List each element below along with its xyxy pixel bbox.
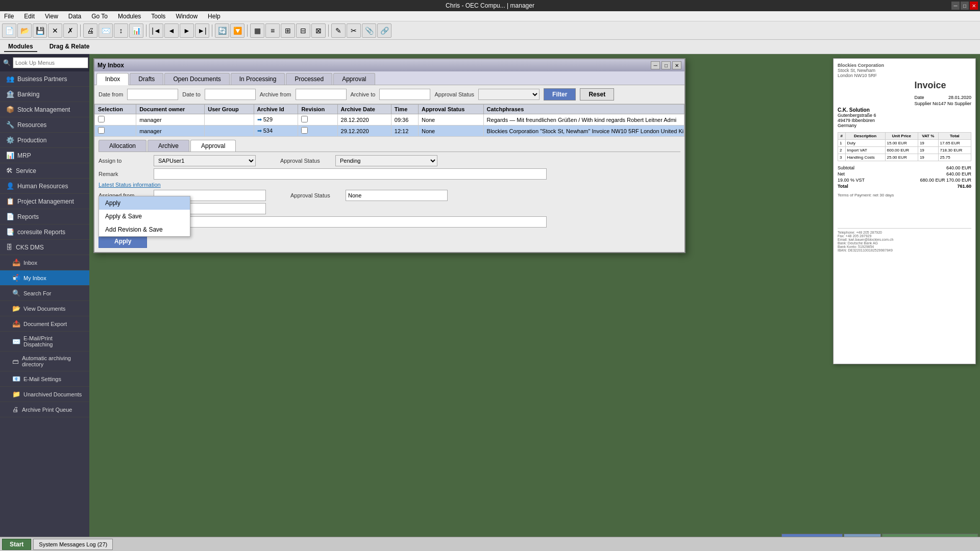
bottom-tab-archive[interactable]: Archive	[148, 140, 189, 152]
filter-button[interactable]: Filter	[544, 88, 576, 101]
latest-status-link[interactable]: Latest Status information	[99, 182, 161, 188]
row-checkbox[interactable]	[98, 127, 105, 134]
remark-input[interactable]	[154, 168, 547, 180]
revision-checkbox[interactable]	[301, 127, 308, 134]
tab-drafts[interactable]: Drafts	[130, 73, 163, 85]
tb-c2[interactable]: ✂	[347, 23, 361, 38]
tab-inbox[interactable]: Inbox	[96, 73, 129, 85]
tb-move[interactable]: ↕	[114, 23, 128, 38]
tb-x[interactable]: ✗	[63, 23, 78, 38]
date-to-input[interactable]	[205, 89, 256, 100]
tb-b1[interactable]: ▦	[250, 23, 264, 38]
tb-print[interactable]: 🖨	[83, 23, 97, 38]
menu-tools[interactable]: Tools	[149, 13, 167, 20]
tb-c1[interactable]: ✎	[331, 23, 346, 38]
sidebar-item-stock-management[interactable]: 📦 Stock Management	[0, 102, 89, 117]
sidebar-item-email-settings[interactable]: 📧 E-Mail Settings	[0, 371, 89, 387]
tb-nav1[interactable]: |◄	[149, 23, 163, 38]
win-maximize-btn[interactable]: □	[662, 61, 671, 69]
sidebar-item-reports[interactable]: 📄 Reports	[0, 209, 89, 224]
tb-nav4[interactable]: ►|	[195, 23, 209, 38]
reset-button[interactable]: Reset	[580, 88, 614, 101]
sidebar-item-unarchived-docs[interactable]: 📁 Unarchived Documents	[0, 387, 89, 402]
tb-b5[interactable]: ⊠	[311, 23, 326, 38]
menu-data[interactable]: Data	[66, 13, 83, 20]
tab-modules[interactable]: Modules	[4, 42, 37, 52]
apply-option-add-revision-save[interactable]: Add Revision & Save	[99, 223, 190, 236]
archive-to-input[interactable]	[379, 89, 430, 100]
menu-edit[interactable]: Edit	[22, 13, 37, 20]
search-icon: 🔍	[3, 59, 11, 66]
tb-c3[interactable]: 📎	[362, 23, 376, 38]
tb-b4[interactable]: ⊟	[296, 23, 310, 38]
sidebar-item-document-export[interactable]: 📤 Document Export	[0, 316, 89, 332]
sidebar-item-mrp[interactable]: 📊 MRP	[0, 148, 89, 163]
tb-filter[interactable]: 🔽	[230, 23, 244, 38]
approval-status-form-select[interactable]: Pending Approved Rejected	[335, 155, 437, 166]
tab-drag-relate[interactable]: Drag & Relate	[45, 42, 94, 52]
sidebar-item-email-print[interactable]: ✉️ E-Mail/Print Dispatching	[0, 332, 89, 352]
bottom-tab-approval[interactable]: Approval	[190, 140, 236, 152]
assign-to-select[interactable]: SAPUser1	[154, 155, 256, 166]
tb-save[interactable]: 💾	[33, 23, 47, 38]
bottom-tab-allocation[interactable]: Allocation	[99, 140, 146, 152]
sidebar-item-banking[interactable]: 🏦 Banking	[0, 87, 89, 102]
remark2-input[interactable]	[154, 216, 547, 228]
sidebar-item-label: My Inbox	[23, 275, 46, 281]
sidebar-item-archive-print-queue[interactable]: 🖨 Archive Print Queue	[0, 402, 89, 417]
tb-c4[interactable]: 🔗	[377, 23, 391, 38]
approval-status-select[interactable]: Pending Approved Rejected	[478, 89, 540, 100]
win-close-btn[interactable]: ✕	[672, 61, 681, 69]
tb-nav2[interactable]: ◄	[164, 23, 179, 38]
sidebar-item-inbox[interactable]: 📥 Inbox	[0, 255, 89, 270]
search-input[interactable]	[13, 57, 88, 68]
system-messages-button[interactable]: System Messages Log (27)	[33, 539, 113, 550]
tab-processed[interactable]: Processed	[286, 73, 332, 85]
tb-new[interactable]: 📄	[2, 23, 16, 38]
sidebar-item-search-for[interactable]: 🔍 Search For	[0, 286, 89, 301]
sidebar-item-auto-archive[interactable]: 🗃 Automatic archiving directory	[0, 352, 89, 371]
menu-window[interactable]: Window	[174, 13, 200, 20]
tb-b2[interactable]: ≡	[265, 23, 280, 38]
tb-excel[interactable]: 📊	[129, 23, 143, 38]
tb-close[interactable]: ✕	[48, 23, 62, 38]
tb-email[interactable]: ✉️	[99, 23, 113, 38]
apply-option-apply-save[interactable]: Apply & Save	[99, 210, 190, 223]
menu-view[interactable]: View	[43, 13, 60, 20]
row-checkbox[interactable]	[98, 116, 105, 122]
close-btn[interactable]: ✕	[970, 2, 978, 10]
tab-open-documents[interactable]: Open Documents	[164, 73, 229, 85]
tab-approval[interactable]: Approval	[333, 73, 375, 85]
date-from-input[interactable]	[127, 89, 178, 100]
revision-checkbox[interactable]	[301, 116, 308, 122]
sidebar-item-project-management[interactable]: 📋 Project Management	[0, 194, 89, 209]
menu-modules[interactable]: Modules	[116, 13, 143, 20]
sidebar-item-view-documents[interactable]: 📂 View Documents	[0, 301, 89, 316]
sidebar-item-human-resources[interactable]: 👤 Human Resources	[0, 179, 89, 194]
tb-b3[interactable]: ⊞	[281, 23, 295, 38]
table-row[interactable]: manager ➡ 529 28.12.2020 09:36 None Rega…	[95, 114, 684, 126]
remark-row: Remark	[99, 168, 680, 180]
sidebar-item-my-inbox[interactable]: 📬 My Inbox	[0, 270, 89, 286]
tab-in-processing[interactable]: In Processing	[231, 73, 285, 85]
sidebar-item-production[interactable]: ⚙️ Production	[0, 133, 89, 148]
menu-goto[interactable]: Go To	[89, 13, 110, 20]
tb-refresh[interactable]: 🔄	[215, 23, 229, 38]
menu-file[interactable]: File	[2, 13, 16, 20]
sidebar-item-coresite-reports[interactable]: 📑 coresuite Reports	[0, 224, 89, 240]
menu-help[interactable]: Help	[206, 13, 223, 20]
sidebar-item-business-partners[interactable]: 👥 Business Partners	[0, 71, 89, 87]
apply-option-apply[interactable]: Apply	[99, 196, 190, 210]
sidebar-item-service[interactable]: 🛠 Service	[0, 163, 89, 179]
tb-open[interactable]: 📂	[17, 23, 32, 38]
minimize-btn[interactable]: ─	[951, 2, 960, 10]
maximize-btn[interactable]: □	[961, 2, 969, 10]
preview-vat-amount: 680.00 EUR 170.00 EUR	[920, 178, 971, 183]
tb-nav3[interactable]: ►	[180, 23, 194, 38]
sidebar-item-resources[interactable]: 🔧 Resources	[0, 117, 89, 133]
sidebar-item-cks-dms[interactable]: 🗄 CKS DMS	[0, 240, 89, 255]
win-minimize-btn[interactable]: ─	[651, 61, 660, 69]
table-row[interactable]: manager ➡ 534 29.12.2020 12:12 None Bloc…	[95, 126, 684, 137]
start-button[interactable]: Start	[2, 539, 31, 550]
archive-from-input[interactable]	[296, 89, 347, 100]
